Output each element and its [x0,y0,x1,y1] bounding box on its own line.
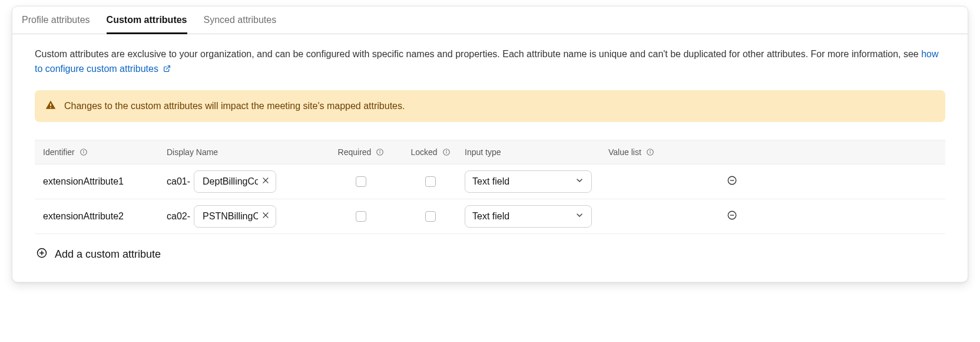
locked-checkbox[interactable] [425,211,436,222]
attributes-table: Identifier Display Name Required Locked [35,140,945,234]
svg-point-3 [83,150,84,151]
add-custom-attribute-label: Add a custom attribute [55,248,161,261]
tabs: Profile attributes Custom attributes Syn… [12,6,968,34]
display-name-prefix: ca01- [167,176,190,187]
col-value-list-label: Value list [608,147,641,157]
display-name-input[interactable] [201,176,259,188]
required-cell [326,211,396,222]
svg-point-12 [650,150,650,151]
warning-text: Changes to the custom attributes will im… [64,101,405,111]
minus-circle-icon [727,210,737,222]
col-locked: Locked [396,147,465,157]
actions-cell [714,173,750,190]
add-custom-attribute-button[interactable]: Add a custom attribute [35,234,162,264]
svg-line-0 [167,65,170,69]
chevron-down-icon [575,211,584,222]
display-name-input[interactable] [201,211,259,222]
external-link-icon [163,63,171,77]
input-type-value: Text field [472,211,509,222]
col-display-name: Display Name [167,147,326,157]
input-type-cell: Text field [465,205,608,228]
custom-attributes-panel: Profile attributes Custom attributes Syn… [12,6,968,282]
required-checkbox[interactable] [356,176,366,187]
input-type-value: Text field [472,176,509,187]
col-input-type: Input type [465,147,608,157]
tab-profile-attributes[interactable]: Profile attributes [22,6,90,34]
clear-input-button[interactable] [259,174,272,189]
input-type-select[interactable]: Text field [465,170,592,193]
description-body: Custom attributes are exclusive to your … [35,49,921,59]
minus-circle-icon [727,175,737,188]
remove-row-button[interactable] [724,208,740,225]
warning-icon [45,100,56,113]
display-name-input-wrap [194,170,276,193]
display-name-cell: ca01- [167,170,326,193]
locked-cell [396,176,465,187]
chevron-down-icon [575,176,584,188]
display-name-cell: ca02- [167,205,326,228]
identifier-cell: extensionAttribute2 [43,211,167,222]
info-icon[interactable] [80,148,88,156]
clear-input-button[interactable] [259,209,272,223]
table-header: Identifier Display Name Required Locked [35,140,945,165]
col-value-list: Value list [608,147,714,157]
col-display-name-label: Display Name [167,147,218,157]
warning-alert: Changes to the custom attributes will im… [35,90,945,122]
table-row: extensionAttribute2 ca02- [35,199,945,234]
table-row: extensionAttribute1 ca01- [35,165,945,199]
locked-cell [396,211,465,222]
col-required: Required [326,147,396,157]
info-icon[interactable] [646,148,654,156]
tab-synced-attributes[interactable]: Synced attributes [204,6,277,34]
actions-cell [714,208,750,225]
display-name-prefix: ca02- [167,211,190,222]
info-icon[interactable] [442,148,451,156]
remove-row-button[interactable] [724,173,740,190]
tab-custom-attributes[interactable]: Custom attributes [107,6,187,34]
display-name-input-wrap [194,205,276,228]
info-icon[interactable] [376,148,384,156]
col-input-type-label: Input type [465,147,501,157]
close-icon [261,176,270,186]
col-identifier: Identifier [43,147,167,157]
col-required-label: Required [338,147,372,157]
content-area: Custom attributes are exclusive to your … [12,34,968,282]
col-locked-label: Locked [410,147,437,157]
close-icon [261,211,270,221]
svg-point-6 [380,150,380,151]
col-identifier-label: Identifier [43,147,75,157]
required-checkbox[interactable] [356,211,366,222]
input-type-cell: Text field [465,170,608,193]
identifier-cell: extensionAttribute1 [43,176,167,187]
required-cell [326,176,396,187]
input-type-select[interactable]: Text field [465,205,592,228]
description-text: Custom attributes are exclusive to your … [35,47,945,77]
svg-point-9 [446,150,446,151]
locked-checkbox[interactable] [425,176,436,187]
plus-circle-icon [36,247,48,262]
